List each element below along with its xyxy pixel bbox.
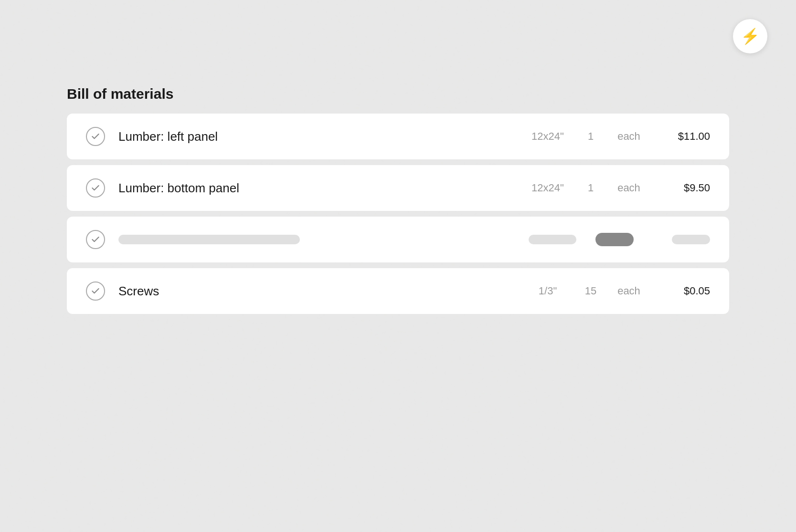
- table-row-loading: [67, 217, 729, 262]
- check-icon[interactable]: [86, 127, 105, 146]
- item-dimension: 1/3": [519, 285, 576, 297]
- item-name: Lumber: bottom panel: [118, 181, 519, 196]
- page-title: Bill of materials: [67, 86, 729, 102]
- skeleton-dimension: [529, 235, 576, 244]
- item-unit: each: [605, 285, 653, 297]
- item-quantity: 15: [576, 285, 605, 297]
- item-quantity: 1: [576, 182, 605, 194]
- item-price: $0.05: [653, 285, 710, 297]
- item-price: $9.50: [653, 182, 710, 194]
- materials-list: Lumber: left panel 12x24" 1 each $11.00 …: [67, 114, 729, 314]
- item-name: Lumber: left panel: [118, 129, 519, 144]
- item-name: Screws: [118, 284, 519, 299]
- lightning-button[interactable]: ⚡: [733, 19, 767, 53]
- item-quantity: 1: [576, 130, 605, 143]
- skeleton-name: [118, 235, 300, 244]
- main-content: Bill of materials Lumber: left panel 12x…: [67, 86, 729, 314]
- item-dimension: 12x24": [519, 182, 576, 194]
- check-icon[interactable]: [86, 282, 105, 301]
- table-row: Lumber: left panel 12x24" 1 each $11.00: [67, 114, 729, 159]
- table-row: Lumber: bottom panel 12x24" 1 each $9.50: [67, 165, 729, 211]
- skeleton-price: [672, 235, 710, 244]
- item-dimension: 12x24": [519, 130, 576, 143]
- lightning-icon: ⚡: [741, 27, 760, 45]
- table-row: Screws 1/3" 15 each $0.05: [67, 268, 729, 314]
- item-unit: each: [605, 130, 653, 143]
- skeleton-quantity: [595, 233, 634, 246]
- check-icon[interactable]: [86, 178, 105, 198]
- item-price: $11.00: [653, 130, 710, 143]
- check-icon[interactable]: [86, 230, 105, 249]
- item-unit: each: [605, 182, 653, 194]
